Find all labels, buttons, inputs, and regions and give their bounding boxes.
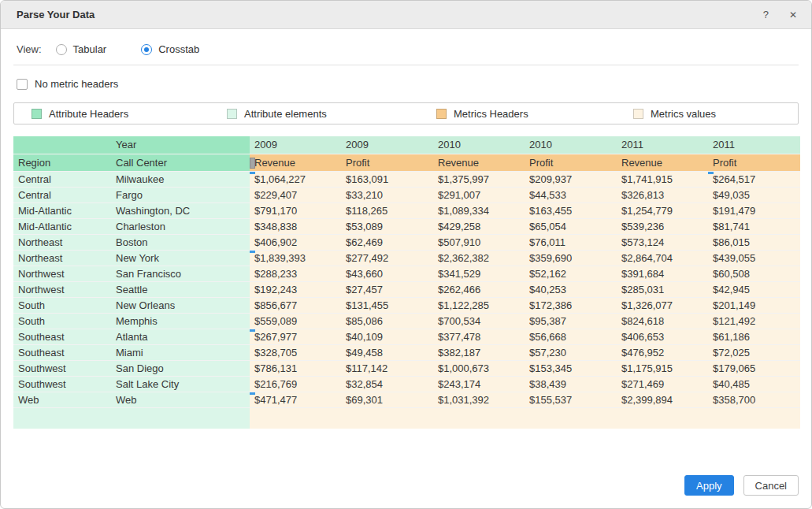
value-cell: $229,407 bbox=[250, 187, 341, 202]
region-cell: South bbox=[13, 313, 111, 329]
legend-bar: Attribute Headers Attribute elements Met… bbox=[13, 102, 799, 124]
value-cell: $155,537 bbox=[525, 392, 617, 407]
value-cell: $163,455 bbox=[525, 202, 617, 218]
call-center-attribute-header: Call Center bbox=[111, 154, 250, 171]
value-cell: $201,149 bbox=[708, 297, 800, 313]
value-cell: $42,945 bbox=[708, 281, 800, 297]
radio-label-tabular: Tabular bbox=[73, 43, 107, 55]
region-cell: Central bbox=[13, 171, 111, 187]
legend-label: Metrics values bbox=[651, 108, 716, 120]
value-cell: $573,124 bbox=[617, 234, 708, 250]
value-cell: $86,015 bbox=[708, 234, 800, 250]
no-metric-headers-checkbox[interactable] bbox=[17, 79, 28, 90]
region-cell: South bbox=[13, 297, 111, 313]
region-cell: Southeast bbox=[13, 344, 111, 360]
value-cell: $179,065 bbox=[708, 360, 800, 376]
value-cell: $285,031 bbox=[617, 281, 708, 297]
region-cell: Mid-Atlantic bbox=[13, 202, 111, 218]
region-boundary-handle[interactable] bbox=[708, 171, 714, 174]
region-cell: Northwest bbox=[13, 266, 111, 281]
value-cell: $288,233 bbox=[250, 266, 341, 281]
call-center-cell: Charleston bbox=[111, 218, 250, 234]
value-cell: $358,700 bbox=[708, 392, 800, 407]
help-icon[interactable]: ? bbox=[763, 9, 769, 20]
filler-values-area bbox=[708, 407, 800, 429]
value-cell: $43,660 bbox=[341, 266, 433, 281]
year-element-cell: 2011 bbox=[617, 136, 708, 154]
table-row: SouthMemphis$559,089$85,086$700,534$95,3… bbox=[13, 313, 800, 329]
value-cell: $824,618 bbox=[617, 313, 708, 329]
value-cell: $1,254,779 bbox=[617, 202, 708, 218]
radio-crosstab[interactable]: Crosstab bbox=[141, 43, 199, 55]
year-element-cell: 2009 bbox=[341, 136, 433, 154]
value-cell: $72,025 bbox=[708, 344, 800, 360]
dialog-title: Parse Your Data bbox=[17, 9, 763, 20]
cancel-button[interactable]: Cancel bbox=[743, 475, 799, 496]
apply-button[interactable]: Apply bbox=[684, 475, 734, 496]
call-center-cell: Web bbox=[111, 392, 250, 407]
value-cell: $1,839,393 bbox=[250, 250, 341, 266]
table-row: Mid-AtlanticWashington, DC$791,170$118,2… bbox=[13, 202, 800, 218]
value-cell: $391,684 bbox=[617, 266, 708, 281]
value-cell: $856,677 bbox=[250, 297, 341, 313]
region-cell: Central bbox=[13, 187, 111, 202]
value-cell: $328,705 bbox=[250, 344, 341, 360]
value-cell: $40,109 bbox=[341, 329, 433, 344]
table-row: SouthwestSan Diego$786,131$117,142$1,000… bbox=[13, 360, 800, 376]
region-boundary-handle[interactable] bbox=[250, 171, 255, 174]
legend-item-attribute-headers: Attribute Headers bbox=[32, 108, 227, 120]
value-cell: $1,064,227 bbox=[250, 171, 341, 187]
value-cell: $76,011 bbox=[525, 234, 617, 250]
call-center-cell: San Francisco bbox=[111, 266, 250, 281]
value-cell: $406,653 bbox=[617, 329, 708, 344]
value-cell: $476,952 bbox=[617, 344, 708, 360]
year-element-cell: 2011 bbox=[708, 136, 800, 154]
value-cell: $1,175,915 bbox=[617, 360, 708, 376]
value-cell: $27,457 bbox=[341, 281, 433, 297]
value-cell: $377,478 bbox=[433, 329, 525, 344]
value-cell: $277,492 bbox=[341, 250, 433, 266]
value-cell: $131,455 bbox=[341, 297, 433, 313]
value-cell: $52,162 bbox=[525, 266, 617, 281]
crosstab-preview: Year200920092010201020112011RegionCall C… bbox=[13, 136, 799, 429]
value-cell: $1,000,673 bbox=[433, 360, 525, 376]
filler-attribute-area bbox=[13, 407, 111, 429]
metric-header-grip[interactable] bbox=[250, 158, 255, 169]
region-cell: Northwest bbox=[13, 281, 111, 297]
crosstab-table: Year200920092010201020112011RegionCall C… bbox=[13, 136, 800, 429]
region-attribute-header: Region bbox=[13, 154, 111, 171]
radio-tabular[interactable]: Tabular bbox=[56, 43, 107, 55]
value-cell: $291,007 bbox=[433, 187, 525, 202]
value-cell: $382,187 bbox=[433, 344, 525, 360]
close-icon[interactable]: ✕ bbox=[789, 10, 797, 20]
radio-icon-tabular bbox=[56, 44, 67, 55]
call-center-cell: Salt Lake City bbox=[111, 376, 250, 392]
metrics-headers-swatch bbox=[436, 109, 447, 119]
call-center-cell: San Diego bbox=[111, 360, 250, 376]
region-boundary-handle[interactable] bbox=[250, 250, 255, 253]
region-boundary-handle[interactable] bbox=[250, 329, 255, 332]
value-cell: $471,477 bbox=[250, 392, 341, 407]
value-cell: $341,529 bbox=[433, 266, 525, 281]
table-row: NortheastBoston$406,902$62,469$507,910$7… bbox=[13, 234, 800, 250]
value-cell: $216,769 bbox=[250, 376, 341, 392]
value-cell: $62,469 bbox=[341, 234, 433, 250]
metric-header-cell: Revenue bbox=[433, 154, 525, 171]
value-cell: $38,439 bbox=[525, 376, 617, 392]
value-cell: $1,741,915 bbox=[617, 171, 708, 187]
value-cell: $49,458 bbox=[341, 344, 433, 360]
legend-label: Attribute Headers bbox=[49, 108, 128, 120]
call-center-cell: Seattle bbox=[111, 281, 250, 297]
table-row: SouthNew Orleans$856,677$131,455$1,122,2… bbox=[13, 297, 800, 313]
value-cell: $1,122,285 bbox=[433, 297, 525, 313]
dialog-titlebar: Parse Your Data ? ✕ bbox=[1, 1, 811, 29]
value-cell: $172,386 bbox=[525, 297, 617, 313]
metric-header-cell: Profit bbox=[708, 154, 800, 171]
value-cell: $700,534 bbox=[433, 313, 525, 329]
region-boundary-handle[interactable] bbox=[250, 392, 255, 395]
call-center-cell: Boston bbox=[111, 234, 250, 250]
value-cell: $61,186 bbox=[708, 329, 800, 344]
view-row: View: Tabular Crosstab bbox=[13, 39, 799, 65]
value-cell: $559,089 bbox=[250, 313, 341, 329]
call-center-cell: New York bbox=[111, 250, 250, 266]
